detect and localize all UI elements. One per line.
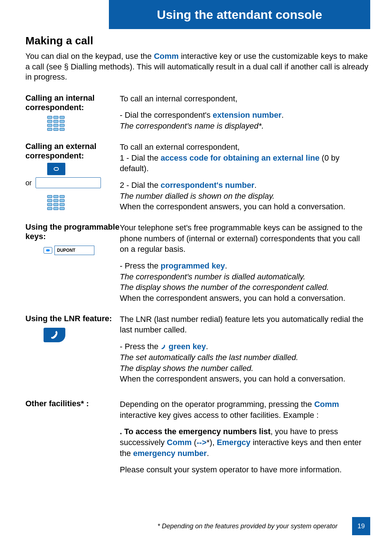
- s5-p2-comm: Comm: [167, 438, 192, 447]
- section-other: Other facilities* : Depending on the ope…: [25, 399, 370, 475]
- keypad-icon: [47, 116, 65, 131]
- s2-italic: The number dialled is shown on the displ…: [120, 191, 370, 202]
- s1-heading: Calling an internal correspondent:: [25, 93, 120, 112]
- s5-p2-post: .: [207, 449, 209, 458]
- s4-it1: The set automatically calls the last num…: [120, 352, 370, 363]
- s3-b-post: .: [225, 261, 227, 270]
- s4-lead: The LNR (last number redial) feature let…: [120, 314, 370, 335]
- s4-b-pre: - Press the: [120, 342, 160, 351]
- s5-p3: Please consult your system operator to h…: [120, 464, 370, 475]
- header-title: Using the attendant console: [157, 8, 322, 22]
- section-title: Making a call: [25, 35, 370, 47]
- s5-p1-comm: Comm: [314, 400, 339, 409]
- or-text: or: [25, 179, 32, 187]
- section-programmable: Using the programmable keys: DUPONT Your…: [25, 222, 370, 304]
- section-internal: Calling an internal correspondent: To ca…: [25, 93, 370, 132]
- s2-l2-pre: 2 - Dial the: [120, 181, 161, 190]
- keypad-icon-2: [47, 195, 65, 210]
- s5-p1-post: interactive key gives access to other fa…: [120, 411, 319, 420]
- programmed-key-icon: DUPONT: [44, 246, 120, 255]
- phone-handset-icon: [49, 330, 60, 340]
- dupont-label: DUPONT: [54, 246, 94, 255]
- s1-b1-blue: extension number: [213, 110, 281, 120]
- zero-key-icon: [47, 163, 65, 175]
- s3-b-pre: - Press the: [120, 261, 160, 270]
- s1-b1-pre: - Dial the correspondent's: [120, 110, 213, 120]
- footer: * Depending on the features provided by …: [25, 517, 370, 535]
- s5-p2-emnum: emergency number: [133, 449, 207, 458]
- s5-p2-star: *),: [207, 438, 217, 447]
- footnote-text: * Depending on the features provided by …: [158, 522, 338, 530]
- s4-b-post: .: [206, 342, 208, 351]
- green-key-icon: [44, 328, 65, 342]
- section-external: Calling an external correspondent: or To…: [25, 142, 370, 212]
- s5-p2-arrow: -->: [197, 438, 207, 447]
- s3-heading: Using the programmable keys:: [25, 222, 120, 241]
- s3-lead: Your telephone set's free programmable k…: [120, 222, 370, 255]
- s2-l2-post: .: [254, 181, 257, 190]
- s2-lead: To call an external correspondent,: [120, 142, 370, 153]
- page-number: 19: [352, 517, 370, 535]
- s5-p2-bold: . To access the emergency numbers list: [120, 427, 270, 436]
- comm-key-ref: Comm: [154, 52, 179, 61]
- led-icon: [44, 247, 52, 254]
- s2-l1-blue: access code for obtaining an external li…: [161, 153, 320, 162]
- blank-key-icon: [36, 177, 101, 188]
- s4-b-blue: green key: [166, 342, 206, 351]
- main-content: Making a call You can dial on the keypad…: [25, 35, 370, 485]
- inline-phone-icon: [160, 342, 166, 351]
- s1-lead: To call an internal correspondent,: [120, 93, 370, 104]
- header-bar: Using the attendant console: [109, 0, 370, 29]
- s5-heading: Other facilities* :: [25, 399, 120, 408]
- s3-b-blue: programmed key: [160, 261, 225, 270]
- s2-l1-pre: 1 - Dial the: [120, 153, 161, 162]
- s5-p2-emerg: Emergcy: [217, 438, 250, 447]
- s5-p2-paren1: (: [192, 438, 196, 447]
- s2-heading: Calling an external correspondent:: [25, 142, 120, 161]
- s3-after: When the correspondent answers, you can …: [120, 293, 370, 304]
- s2-l2-blue: correspondent's number: [161, 181, 254, 190]
- intro-text: You can dial on the keypad, use the Comm…: [25, 51, 370, 82]
- s5-p1-pre: Depending on the operator programming, p…: [120, 400, 314, 409]
- s1-b1-post: .: [282, 110, 284, 120]
- s4-heading: Using the LNR feature:: [25, 314, 120, 323]
- intro-prefix: You can dial on the keypad, use the: [25, 52, 154, 61]
- section-lnr: Using the LNR feature: The LNR (last num…: [25, 314, 370, 384]
- s3-it2: The display shows the number of the corr…: [120, 282, 370, 293]
- s3-it1: The correspondent's number is dialled au…: [120, 271, 370, 282]
- s1-italic: The correspondent's name is displayed*.: [120, 121, 370, 132]
- s4-it2: The display shows the number called.: [120, 363, 370, 374]
- s4-after: When the correspondent answers, you can …: [120, 374, 370, 384]
- s2-after: When the correspondent answers, you can …: [120, 201, 370, 212]
